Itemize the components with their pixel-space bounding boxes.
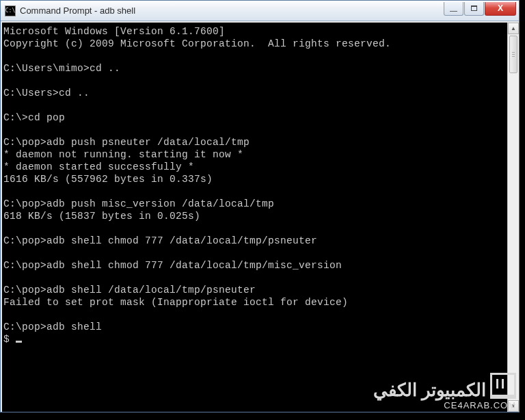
command-prompt-window: C:\ Command Prompt - adb shell — X Micro… xyxy=(0,0,520,412)
watermark-logo-icon xyxy=(490,373,516,399)
minimize-button[interactable]: — xyxy=(444,2,463,16)
app-icon: C:\ xyxy=(5,5,16,16)
terminal-output[interactable]: Microsoft Windows [Version 6.1.7600] Cop… xyxy=(2,23,507,412)
scroll-up-button[interactable]: ▲ xyxy=(508,23,519,34)
scroll-track[interactable] xyxy=(508,34,519,400)
close-button[interactable]: X xyxy=(485,2,516,16)
watermark-arabic-text: الكمبيوتر الكفي xyxy=(373,381,486,399)
titlebar[interactable]: C:\ Command Prompt - adb shell — X xyxy=(1,1,519,21)
watermark-logo: الكمبيوتر الكفي xyxy=(373,373,516,399)
maximize-button[interactable] xyxy=(464,2,484,16)
scroll-grip-icon xyxy=(512,52,515,57)
minimize-icon: — xyxy=(450,6,457,14)
watermark-url: CE4ARAB.COM xyxy=(373,400,516,410)
scroll-thumb[interactable] xyxy=(509,36,517,73)
maximize-icon xyxy=(471,5,477,11)
vertical-scrollbar[interactable]: ▲ ▼ xyxy=(507,23,519,412)
close-icon: X xyxy=(498,3,503,13)
cursor xyxy=(16,341,22,343)
window-controls: — X xyxy=(443,2,516,17)
watermark: الكمبيوتر الكفي CE4ARAB.COM xyxy=(373,373,516,410)
terminal-client-area: Microsoft Windows [Version 6.1.7600] Cop… xyxy=(1,21,519,412)
window-title: Command Prompt - adb shell xyxy=(20,5,443,16)
